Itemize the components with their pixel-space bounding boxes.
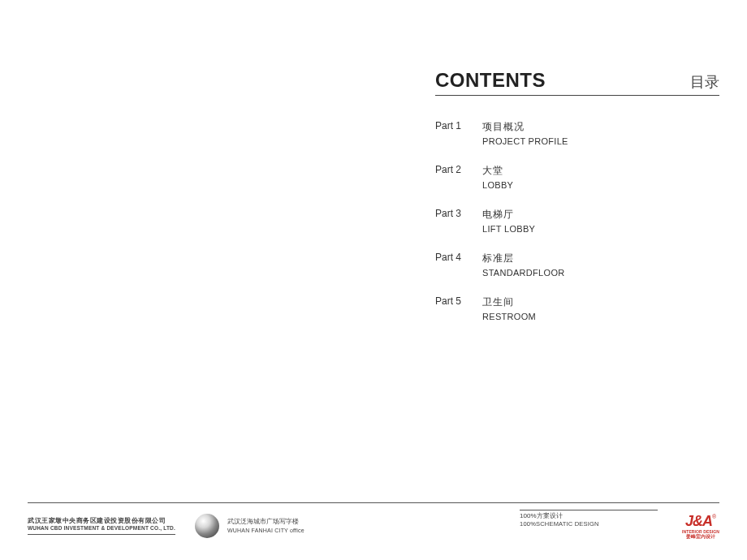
- schematic-en: 100%SCHEMATIC DESIGN: [520, 520, 658, 528]
- toc-labels: 大堂 LOBBY: [482, 164, 513, 190]
- project-block: 武汉泛海城市广场写字楼 WUHAN FANHAI CITY office: [227, 518, 304, 533]
- toc-part-label: Part 2: [435, 164, 482, 190]
- toc-labels: 电梯厅 LIFT LOBBY: [482, 208, 535, 234]
- toc-item: Part 5 卫生间 RESTROOM: [435, 295, 719, 321]
- toc-label-en: STANDARDFLOOR: [482, 268, 564, 278]
- toc-label-en: RESTROOM: [482, 312, 536, 321]
- ja-logo-sub-zh: 姜峰室内设计: [686, 534, 715, 540]
- toc-item: Part 3 电梯厅 LIFT LOBBY: [435, 208, 719, 234]
- toc-label-zh: 卫生间: [482, 295, 536, 309]
- company-name-zh: 武汉王家墩中央商务区建设投资股份有限公司: [28, 517, 175, 525]
- ja-logo-text: J&A: [685, 513, 712, 530]
- footer-right: 100%方案设计 100%SCHEMATIC DESIGN J&A ® INTE…: [520, 512, 719, 540]
- toc-labels: 项目概况 PROJECT PROFILE: [482, 120, 568, 146]
- toc-part-label: Part 1: [435, 120, 482, 146]
- schematic-block: 100%方案设计 100%SCHEMATIC DESIGN: [520, 510, 658, 528]
- toc-part-label: Part 5: [435, 295, 482, 321]
- toc-label-en: LOBBY: [482, 180, 513, 190]
- contents-page: CONTENTS 目录 Part 1 项目概况 PROJECT PROFILE …: [0, 0, 747, 560]
- contents-title-en: CONTENTS: [435, 69, 546, 92]
- ja-logo: J&A ® INTERIOR DESIGN 姜峰室内设计: [682, 512, 719, 540]
- company-name-en: WUHAN CBD INVESTMENT & DEVELOPMENT CO., …: [28, 525, 175, 532]
- toc-item: Part 1 项目概况 PROJECT PROFILE: [435, 120, 719, 146]
- toc-label-zh: 电梯厅: [482, 208, 535, 222]
- ja-logo-mark-icon: J&A ®: [684, 512, 717, 530]
- company-block: 武汉王家墩中央商务区建设投资股份有限公司 WUHAN CBD INVESTMEN…: [28, 517, 175, 535]
- footer-divider: [28, 502, 719, 503]
- toc-label-zh: 标准层: [482, 252, 564, 265]
- toc-labels: 卫生间 RESTROOM: [482, 295, 536, 321]
- toc-labels: 标准层 STANDARDFLOOR: [482, 252, 564, 278]
- toc-item: Part 4 标准层 STANDARDFLOOR: [435, 252, 719, 278]
- contents-header: CONTENTS 目录: [435, 69, 719, 96]
- table-of-contents: Part 1 项目概况 PROJECT PROFILE Part 2 大堂 LO…: [435, 120, 719, 339]
- project-name-en: WUHAN FANHAI CITY office: [227, 527, 304, 534]
- toc-label-en: LIFT LOBBY: [482, 224, 535, 234]
- circle-logo-icon: [195, 514, 219, 538]
- toc-part-label: Part 4: [435, 252, 482, 278]
- footer: 武汉王家墩中央商务区建设投资股份有限公司 WUHAN CBD INVESTMEN…: [28, 506, 719, 545]
- ja-logo-registered: ®: [712, 514, 716, 519]
- footer-left: 武汉王家墩中央商务区建设投资股份有限公司 WUHAN CBD INVESTMEN…: [28, 514, 520, 538]
- toc-label-en: PROJECT PROFILE: [482, 136, 568, 146]
- toc-item: Part 2 大堂 LOBBY: [435, 164, 719, 190]
- toc-label-zh: 大堂: [482, 164, 513, 178]
- toc-label-zh: 项目概况: [482, 120, 568, 134]
- toc-part-label: Part 3: [435, 208, 482, 234]
- schematic-zh: 100%方案设计: [520, 512, 658, 520]
- project-name-zh: 武汉泛海城市广场写字楼: [227, 518, 304, 526]
- contents-title-zh: 目录: [690, 72, 719, 92]
